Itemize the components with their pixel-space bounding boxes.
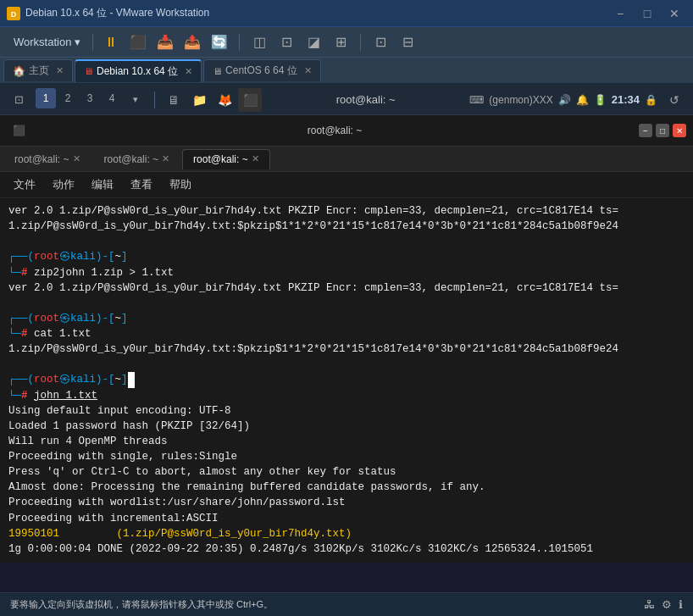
menu-separator-1 — [92, 34, 93, 51]
terminal-close[interactable]: ✕ — [673, 124, 686, 137]
toolbar-btn-6[interactable]: ◫ — [247, 31, 272, 53]
terminal-tabs: root@kali: ~ ✕ root@kali: ~ ✕ root@kali:… — [0, 147, 693, 172]
taskbar-num-2[interactable]: 2 — [58, 88, 78, 108]
taskbar-num-1[interactable]: 1 — [36, 88, 56, 108]
menu-help[interactable]: 帮助 — [166, 175, 195, 194]
vm-tab-home[interactable]: 🏠 主页 ✕ — [3, 59, 73, 81]
vm-tab-debian[interactable]: 🖥 Debian 10.x 64 位 ✕ — [75, 59, 202, 82]
terminal-window-title: root@kali: ~ — [336, 93, 396, 106]
terminal-area: ⬛ root@kali: ~ − □ ✕ root@kali: ~ ✕ root… — [0, 115, 693, 592]
toolbar-btn-7[interactable]: ⊡ — [274, 31, 299, 53]
line-13: 1g 0:00:00:04 DONE (2022-09-22 20:35) 0.… — [8, 541, 685, 557]
taskbar-num-4[interactable]: 4 — [102, 88, 122, 108]
terminal-header: ⬛ root@kali: ~ − □ ✕ — [0, 115, 693, 147]
term-tab-3-label: root@kali: ~ — [193, 153, 248, 165]
line-11: Proceeding with wordlist:/usr/share/john… — [8, 495, 685, 510]
toolbar-btn-11[interactable]: ⊟ — [395, 31, 420, 53]
terminal-body: ver 2.0 1.zip/P@ssW0rd_is_y0ur_bir7hd4y.… — [8, 203, 685, 558]
term-tab-3-close[interactable]: ✕ — [252, 153, 259, 164]
line-14: Use the "--show" option to display all o… — [8, 557, 685, 558]
inner-sep — [154, 92, 155, 108]
terminal-maximize[interactable]: □ — [656, 124, 669, 137]
vm-tab-centos-close[interactable]: ✕ — [304, 65, 312, 76]
term-tab-3[interactable]: root@kali: ~ ✕ — [182, 149, 270, 169]
title-bar-left: D Debian 10.x 64 位 - VMware Workstation — [7, 6, 209, 20]
workstation-dropdown-icon: ▾ — [75, 36, 80, 48]
vm-tab-debian-close[interactable]: ✕ — [185, 66, 192, 77]
toolbar-btn-9[interactable]: ⊞ — [328, 31, 353, 53]
centos-icon: 🖥 — [213, 66, 222, 76]
menu-view[interactable]: 查看 — [127, 175, 156, 194]
time-display: 21:34 — [612, 93, 640, 106]
vmware-icon: D — [7, 7, 20, 20]
workstation-menu[interactable]: Workstation ▾ — [7, 32, 87, 52]
notification-icon: 🔔 — [576, 94, 589, 106]
terminal-menu-row: 文件 动作 编辑 查看 帮助 — [0, 172, 693, 198]
cmd-1: └─# zip2john 1.zip > 1.txt — [8, 265, 685, 280]
line-5: Using default input encoding: UTF-8 — [8, 403, 685, 419]
menu-edit[interactable]: 编辑 — [88, 175, 117, 194]
terminal-content[interactable]: ver 2.0 1.zip/P@ssW0rd_is_y0ur_bir7hd4y.… — [0, 198, 693, 563]
cmd-2: └─# cat 1.txt — [8, 326, 685, 341]
inner-app-btn-1[interactable]: 🖥 — [162, 88, 186, 112]
term-header-icon: ⬛ — [7, 119, 30, 142]
settings-status-icon: ⚙ — [662, 598, 672, 611]
status-bar-icons: 🖧 ⚙ ℹ — [644, 598, 683, 611]
pause-button[interactable]: ⏸ — [98, 31, 124, 53]
toolbar-btn-5[interactable]: 🔄 — [207, 31, 232, 53]
toolbar-btn-4[interactable]: 📤 — [180, 31, 205, 53]
line-2: 1.zip/P@ssW0rd_is_y0ur_bir7hd4y.txt:$pkz… — [8, 219, 685, 234]
menu-bar: Workstation ▾ ⏸ ⬛ 📥 📤 🔄 ◫ ⊡ ◪ ⊞ ⊡ ⊟ — [0, 27, 693, 58]
inner-btn-toggle[interactable]: ⊡ — [7, 88, 30, 112]
inner-app-firefox[interactable]: 🦊 — [213, 88, 236, 112]
line-9: Press 'q' or Ctrl-C to abort, almost any… — [8, 464, 685, 480]
lock-icon: 🔒 — [645, 94, 657, 106]
toolbar-btn-8[interactable]: ◪ — [301, 31, 326, 53]
vm-tab-centos[interactable]: 🖥 CentOS 6 64 位 ✕ — [203, 59, 321, 81]
prompt-2: ┌──(root㉿kali)-[~] — [8, 311, 685, 326]
line-6: Loaded 1 password hash (PKZIP [32/64]) — [8, 419, 685, 434]
close-button[interactable]: ✕ — [663, 5, 686, 22]
home-icon: 🏠 — [13, 65, 25, 77]
terminal-title: root@kali: ~ — [308, 125, 363, 136]
taskbar-more[interactable]: ▾ — [124, 88, 147, 112]
prompt-3: ┌──(root㉿kali)-[~] — [8, 372, 685, 387]
workstation-label: Workstation — [14, 36, 71, 48]
line-10: Almost done: Processing the remaining bu… — [8, 480, 685, 495]
result-line: 19950101 (1.zip/P@ssW0rd_is_y0ur_bir7hd4… — [8, 526, 685, 541]
minimize-button[interactable]: − — [608, 5, 632, 22]
maximize-button[interactable]: □ — [635, 5, 659, 22]
refresh-button[interactable]: ↺ — [663, 88, 686, 112]
menu-separator-3 — [360, 34, 361, 51]
term-tab-1-close[interactable]: ✕ — [73, 153, 80, 164]
user-display: (genmon)XXX — [489, 94, 552, 106]
menu-separator-2 — [239, 34, 240, 51]
line-blank-2 — [8, 296, 685, 311]
line-blank-3 — [8, 357, 685, 372]
line-12: Proceeding with incremental:ASCII — [8, 511, 685, 526]
prompt-1: ┌──(root㉿kali)-[~] — [8, 249, 685, 264]
network-status-icon: 🖧 — [644, 598, 655, 611]
term-tab-2-close[interactable]: ✕ — [162, 153, 169, 164]
menu-actions[interactable]: 动作 — [49, 175, 78, 194]
status-bar-text: 要将输入定向到该虚拟机，请将鼠标指针移入其中或按 Ctrl+G。 — [10, 598, 273, 611]
cmd-3: └─# john 1.txt — [8, 388, 685, 403]
inner-app-btn-2[interactable]: 📁 — [187, 88, 211, 112]
toolbar-btn-2[interactable]: ⬛ — [125, 31, 151, 53]
taskbar-num-3[interactable]: 3 — [80, 88, 100, 108]
window-title: Debian 10.x 64 位 - VMware Workstation — [25, 6, 209, 20]
vm-tab-home-label: 主页 — [29, 64, 49, 78]
term-tab-2[interactable]: root@kali: ~ ✕ — [93, 149, 181, 169]
vm-tab-debian-label: Debian 10.x 64 位 — [97, 64, 178, 79]
vm-tab-home-close[interactable]: ✕ — [56, 65, 64, 76]
terminal-minimize[interactable]: − — [639, 124, 652, 137]
menu-file[interactable]: 文件 — [10, 175, 39, 194]
line-8: Proceeding with single, rules:Single — [8, 449, 685, 464]
inner-app-terminal[interactable]: ⬛ — [238, 88, 262, 112]
toolbar-btn-10[interactable]: ⊡ — [368, 31, 393, 53]
status-bar-bottom: 要将输入定向到该虚拟机，请将鼠标指针移入其中或按 Ctrl+G。 🖧 ⚙ ℹ — [0, 592, 693, 616]
line-4: 1.zip/P@ssW0rd_is_y0ur_bir7hd4y.txt:$pkz… — [8, 341, 685, 357]
keyboard-icon: ⌨ — [469, 94, 484, 106]
toolbar-btn-3[interactable]: 📥 — [152, 31, 178, 53]
term-tab-1[interactable]: root@kali: ~ ✕ — [3, 149, 91, 169]
